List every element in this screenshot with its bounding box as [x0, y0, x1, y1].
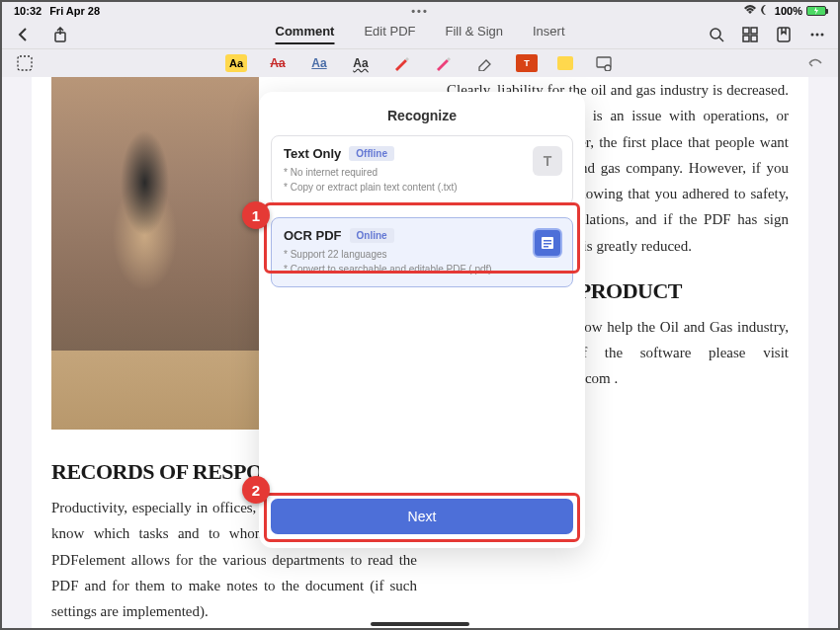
date: Fri Apr 28	[49, 5, 100, 17]
moon-icon	[761, 5, 771, 17]
grid-button[interactable]	[741, 26, 759, 43]
svg-rect-5	[751, 36, 757, 41]
option-ocr-pdf[interactable]: OCR PDF Online * Support 22 languages * …	[271, 217, 573, 287]
option-desc: * No internet required * Copy or extract…	[284, 165, 560, 195]
battery-percent: 100%	[775, 5, 802, 17]
option-desc: * Support 22 languages * Convert to sear…	[284, 247, 560, 276]
textbox-tool[interactable]: T	[516, 54, 538, 72]
selection-tool[interactable]	[14, 54, 36, 72]
sticky-note-tool[interactable]	[557, 56, 573, 70]
annotation-toolbar: Aa Aa Aa Aa T	[2, 49, 838, 77]
svg-rect-6	[778, 28, 790, 41]
highlight-tool[interactable]: Aa	[225, 54, 247, 72]
battery-icon	[806, 6, 826, 16]
marker-pink-tool[interactable]	[433, 54, 455, 72]
home-indicator[interactable]	[371, 622, 469, 626]
eraser-tool[interactable]	[474, 54, 496, 72]
bookmark-button[interactable]	[775, 26, 793, 43]
undo-button[interactable]	[804, 54, 826, 72]
tab-comment[interactable]: Comment	[275, 24, 334, 44]
svg-point-12	[605, 65, 611, 71]
tab-insert[interactable]: Insert	[533, 24, 565, 44]
wifi-icon	[743, 5, 757, 17]
nav-bar: Comment Edit PDF Fill & Sign Insert	[2, 20, 838, 49]
status-right: 100%	[743, 5, 826, 17]
svg-point-1	[711, 29, 720, 39]
dialog-title: Recognize	[259, 92, 585, 135]
option-text-only[interactable]: Text Only Offline * No internet required…	[271, 135, 573, 205]
next-button[interactable]: Next	[271, 499, 573, 534]
strikethrough-tool[interactable]: Aa	[267, 54, 289, 72]
tab-edit-pdf[interactable]: Edit PDF	[364, 24, 415, 44]
status-left: 10:32 Fri Apr 28	[14, 5, 100, 17]
tab-fill-sign[interactable]: Fill & Sign	[445, 24, 503, 44]
marker-red-tool[interactable]	[391, 54, 413, 72]
option-title-text: Text Only	[284, 146, 341, 161]
svg-rect-4	[743, 36, 749, 41]
svg-rect-3	[751, 28, 757, 34]
recognize-dialog: Recognize Text Only Offline * No interne…	[259, 92, 585, 548]
underline-tool[interactable]: Aa	[308, 54, 330, 72]
svg-point-9	[821, 33, 824, 36]
callout-2: 2	[242, 476, 270, 504]
option-title-text: OCR PDF	[284, 228, 342, 243]
squiggly-tool[interactable]: Aa	[350, 54, 372, 72]
text-icon: T	[533, 146, 562, 176]
status-bar: 10:32 Fri Apr 28 ••• 100%	[2, 2, 838, 20]
more-button[interactable]	[808, 26, 826, 43]
svg-rect-15	[544, 243, 551, 245]
svg-rect-16	[544, 246, 548, 248]
multitasking-dots[interactable]: •••	[411, 5, 429, 17]
nav-tabs: Comment Edit PDF Fill & Sign Insert	[275, 24, 564, 44]
pdf-icon	[533, 228, 562, 258]
svg-point-8	[816, 33, 819, 36]
svg-rect-10	[18, 56, 32, 70]
clock: 10:32	[14, 5, 42, 17]
document-viewport[interactable]: RECORDS OF RESPONSIBILITY Productivity, …	[2, 77, 838, 630]
callout-1: 1	[242, 201, 270, 229]
document-image	[51, 77, 259, 430]
svg-rect-2	[743, 28, 749, 34]
share-button[interactable]	[51, 26, 69, 43]
svg-point-7	[811, 33, 814, 36]
badge-offline: Offline	[349, 146, 394, 161]
search-button[interactable]	[708, 26, 725, 43]
svg-rect-14	[544, 240, 551, 242]
stamp-tool[interactable]	[593, 54, 615, 72]
badge-online: Online	[350, 228, 394, 243]
back-button[interactable]	[14, 26, 32, 43]
